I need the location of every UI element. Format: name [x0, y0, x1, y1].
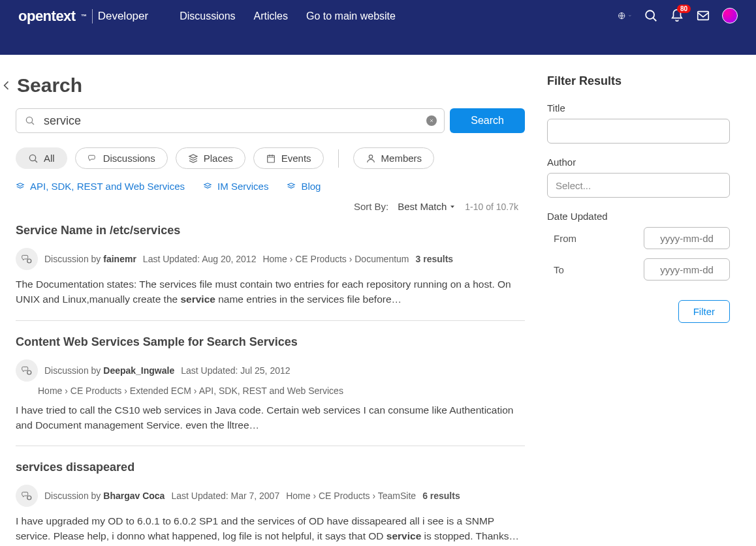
discussion-icon — [16, 248, 38, 270]
tab-events[interactable]: Events — [253, 147, 324, 169]
svg-point-1 — [646, 10, 654, 19]
subfilter-blog[interactable]: Blog — [287, 181, 321, 192]
sort-value: Best Match — [398, 201, 447, 212]
svg-point-4 — [29, 155, 35, 160]
nav-articles[interactable]: Articles — [254, 10, 288, 22]
by-label: Discussion by — [44, 365, 101, 376]
notification-badge: 80 — [677, 5, 691, 13]
result-meta: Discussion by Deepak_Ingwale Last Update… — [16, 359, 525, 382]
result-meta: Discussion by Bhargav Coca Last Updated:… — [16, 485, 525, 507]
to-label: To — [554, 264, 564, 275]
back-chevron-icon[interactable] — [0, 79, 13, 92]
result-author[interactable]: Bhargav Coca — [103, 491, 165, 501]
filter-title-input[interactable] — [547, 119, 730, 144]
logo-divider — [92, 9, 93, 23]
top-nav: Discussions Articles Go to main website — [180, 10, 396, 22]
tab-all[interactable]: All — [16, 147, 67, 169]
subfilter-api-label: API, SDK, REST and Web Services — [30, 181, 185, 192]
tab-all-label: All — [44, 153, 55, 164]
logo-tm: ™ — [81, 13, 87, 20]
filter-author-label: Author — [547, 157, 730, 168]
filter-date-label: Date Updated — [547, 211, 730, 222]
by-label: Discussion by — [44, 491, 101, 501]
search-icon[interactable] — [644, 8, 658, 23]
date-to-input[interactable] — [644, 258, 730, 281]
result-breadcrumb[interactable]: Home › CE Products › Extended ECM › API,… — [38, 386, 343, 396]
tab-members[interactable]: Members — [353, 147, 435, 169]
tab-separator — [338, 149, 339, 168]
clear-icon[interactable] — [426, 115, 437, 126]
sort-dropdown[interactable]: Best Match — [398, 201, 456, 212]
svg-point-8 — [27, 371, 31, 374]
svg-point-6 — [369, 155, 372, 158]
content-column: Search Search All Discussions Places — [0, 74, 525, 546]
result-updated: Last Updated: Mar 7, 2007 — [171, 491, 279, 501]
tab-discussions[interactable]: Discussions — [75, 147, 168, 169]
discussion-icon — [16, 359, 38, 382]
chevron-down-icon — [628, 12, 632, 19]
page-title: Search — [17, 74, 82, 97]
date-from-input[interactable] — [644, 227, 730, 249]
tabs-row: All Discussions Places Events Members — [0, 147, 525, 169]
result-breadcrumb[interactable]: Home › CE Products › Documentum — [262, 254, 409, 264]
header-right: 80 — [618, 8, 738, 23]
result-title[interactable]: Service Name in /etc/services — [16, 224, 525, 237]
result-title[interactable]: Content Web Services Sample for Search S… — [16, 335, 525, 349]
main-layout: Search Search All Discussions Places — [0, 55, 756, 546]
search-input[interactable] — [16, 108, 445, 133]
tab-events-label: Events — [281, 153, 311, 164]
logo[interactable]: opentext™ Developer — [18, 8, 148, 25]
svg-point-7 — [27, 259, 31, 263]
result-meta: Discussion by fainemr Last Updated: Aug … — [16, 248, 525, 270]
filter-title-label: Title — [547, 102, 730, 114]
logo-text: opentext — [18, 8, 76, 25]
tab-places-label: Places — [204, 153, 233, 164]
mail-icon[interactable] — [696, 8, 710, 23]
bell-icon[interactable]: 80 — [670, 8, 684, 23]
tab-members-label: Members — [381, 153, 422, 164]
stack-icon — [203, 182, 212, 191]
result-snippet: I have tried to call the CS10 web servic… — [16, 402, 525, 433]
result-meta2: Home › CE Products › Extended ECM › API,… — [16, 386, 525, 396]
result-updated: Last Updated: Aug 20, 2012 — [143, 254, 257, 264]
result-breadcrumb[interactable]: Home › CE Products › TeamSite — [286, 491, 416, 501]
globe-icon[interactable] — [618, 8, 632, 23]
svg-rect-2 — [698, 12, 709, 20]
nav-main-website[interactable]: Go to main website — [306, 10, 396, 22]
sort-row: Sort By: Best Match 1-10 of 10.7k — [0, 201, 525, 212]
search-row: Search — [0, 108, 525, 133]
avatar[interactable] — [722, 8, 738, 23]
search-box — [16, 108, 445, 133]
result-item: Content Web Services Sample for Search S… — [16, 320, 525, 446]
subfilter-im[interactable]: IM Services — [203, 181, 268, 192]
result-author[interactable]: Deepak_Ingwale — [103, 365, 174, 376]
result-snippet: The Documentation states: The services f… — [16, 277, 525, 307]
sort-label: Sort By: — [354, 201, 388, 212]
date-to-row: To — [547, 258, 730, 281]
result-title[interactable]: services dissapeared — [16, 461, 525, 474]
filter-button[interactable]: Filter — [678, 300, 730, 323]
filter-heading: Filter Results — [547, 74, 730, 88]
nav-discussions[interactable]: Discussions — [180, 10, 235, 22]
result-item: services dissapeared Discussion by Bharg… — [16, 446, 525, 546]
filter-author-input[interactable] — [547, 173, 730, 198]
result-updated: Last Updated: Jul 25, 2012 — [181, 365, 290, 376]
filter-sidebar: Filter Results Title Author Date Updated… — [547, 74, 743, 546]
stack-icon — [16, 182, 25, 191]
logo-subtext: Developer — [98, 10, 149, 23]
svg-point-9 — [27, 496, 31, 500]
tab-places[interactable]: Places — [176, 147, 245, 169]
header-left: opentext™ Developer Discussions Articles… — [18, 8, 396, 25]
subfilters: API, SDK, REST and Web Services IM Servi… — [0, 181, 525, 192]
by-label: Discussion by — [44, 254, 101, 264]
search-button[interactable]: Search — [450, 108, 525, 133]
result-author[interactable]: fainemr — [103, 254, 136, 264]
subfilter-api[interactable]: API, SDK, REST and Web Services — [16, 181, 185, 192]
result-count: 6 results — [422, 491, 460, 501]
discussion-icon — [16, 485, 38, 507]
svg-rect-5 — [267, 155, 274, 162]
subfilter-im-label: IM Services — [217, 181, 268, 192]
result-snippet: I have upgraded my OD to 6.0.1 to 6.0.2 … — [16, 513, 525, 544]
search-input-icon — [25, 115, 35, 126]
title-row: Search — [0, 74, 525, 97]
